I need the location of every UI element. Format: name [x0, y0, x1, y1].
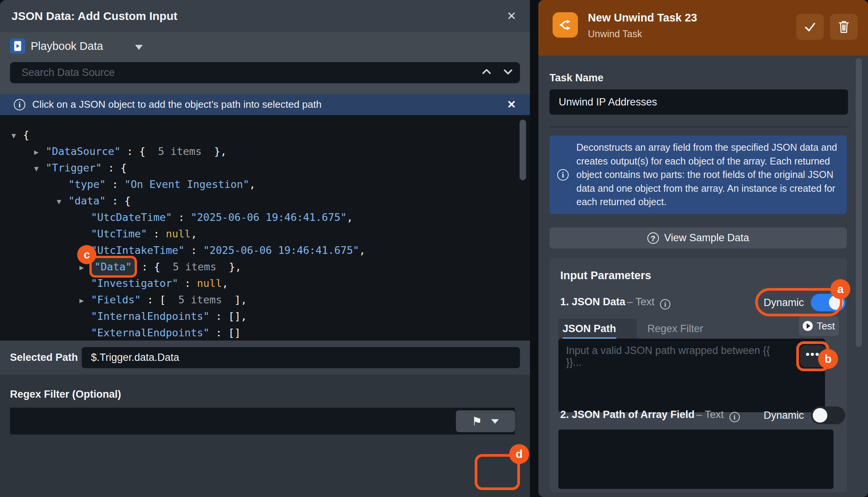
arrow-spacer — [79, 325, 91, 341]
chevron-down-icon — [491, 419, 499, 424]
question-icon: ? — [647, 232, 659, 244]
json-token-p: : [ — [141, 294, 178, 306]
json-token-p: : { — [106, 195, 131, 207]
collapse-arrow-icon[interactable]: ▶ — [34, 144, 46, 160]
json-tree-row[interactable]: ▼"Trigger" : { — [0, 160, 530, 176]
json-token-i: 5 items — [173, 261, 216, 273]
task-title: New Unwind Task 23 — [588, 12, 697, 24]
json-token-p: , — [347, 211, 353, 223]
selected-path-row: Selected Path — [0, 341, 530, 375]
expand-arrow-icon[interactable]: ▼ — [57, 193, 68, 210]
task-name-label: Task Name — [550, 72, 604, 84]
task-name-input[interactable] — [550, 89, 848, 115]
annotation-ring-c[interactable]: "Data"c — [89, 256, 137, 278]
json-token-p: : — [172, 211, 191, 223]
dialog-title: JSON Data: Add Custom Input — [12, 0, 177, 32]
play-icon — [803, 321, 813, 331]
json-token-n: null — [166, 228, 191, 240]
param1-test-button[interactable]: Test — [799, 316, 839, 336]
regex-filter-input[interactable] — [10, 408, 515, 434]
json-token-n: null — [197, 277, 222, 289]
json-token-p: }, — [216, 261, 241, 273]
annotation-badge-b: b — [818, 349, 838, 369]
annotation-badge-c: c — [77, 245, 96, 264]
search-input[interactable] — [10, 62, 520, 83]
tab-json-path[interactable]: JSON Path — [563, 323, 616, 339]
json-tree-row[interactable]: "ExternalEndpoints" : [] — [0, 324, 530, 341]
collapse-arrow-icon[interactable]: ▶ — [79, 292, 91, 309]
panel-scrollbar[interactable] — [856, 58, 862, 347]
json-token-k: "DataSource" — [46, 145, 120, 157]
json-token-k: "Trigger" — [46, 162, 102, 174]
data-source-dropdown[interactable]: Playbook Data — [31, 38, 103, 54]
json-token-p: : [] — [210, 327, 241, 339]
chevron-down-icon[interactable] — [502, 65, 515, 78]
array-field-path-textarea[interactable] — [558, 430, 833, 489]
json-tree-row[interactable]: ▼"data" : { — [0, 193, 530, 209]
info-banner-text: Click on a JSON object to add the object… — [32, 99, 322, 110]
json-token-s: "2025-06-06 19:46:41.675" — [191, 211, 347, 223]
arrow-spacer — [79, 226, 91, 243]
json-tree-row[interactable]: ▶"DataSource" : { 5 items }, — [0, 143, 530, 160]
arrow-spacer — [79, 309, 91, 325]
param1-type: – Text — [627, 296, 655, 308]
json-tree-row[interactable]: ▶"Fields" : [ 5 items ], — [0, 291, 530, 308]
annotation-badge-d: d — [509, 444, 529, 464]
regex-filter-label: Regex Filter (Optional) — [10, 388, 121, 400]
selected-path-input[interactable] — [82, 347, 520, 368]
banner-close-icon[interactable]: ✕ — [505, 98, 518, 112]
info-icon: i — [14, 99, 25, 110]
param1-label: 1. JSON Data — [560, 296, 625, 308]
json-token-p: : { — [120, 145, 158, 157]
input-parameters-card: Input Parameters 1. JSON Data – Text i D… — [550, 258, 847, 492]
json-token-k: "InternalEndpoints" — [91, 310, 210, 322]
close-icon[interactable]: ✕ — [504, 8, 519, 24]
param2-dynamic-toggle[interactable] — [811, 406, 845, 424]
json-tree-row[interactable]: ▶"Data"c : { 5 items }, — [0, 258, 530, 275]
param1-dynamic-label: Dynamic — [764, 297, 804, 309]
json-token-k: "Fields" — [91, 294, 141, 306]
info-icon[interactable]: i — [729, 412, 740, 422]
json-token-i: 5 items — [158, 145, 202, 157]
chevron-down-icon[interactable] — [135, 45, 143, 50]
param2-label-row: 2. JSON Path of Array Field – Text i — [560, 409, 740, 422]
json-token-p: : { — [135, 261, 173, 273]
delete-button[interactable] — [830, 14, 858, 40]
json-tree-row[interactable]: "UtcTime" : null, — [0, 225, 530, 242]
view-sample-data-button[interactable]: ? View Sample Data — [550, 227, 847, 248]
json-token-k: "data" — [68, 195, 106, 207]
check-icon — [804, 20, 817, 33]
ellipsis-icon: ••• — [805, 351, 820, 358]
json-path-textarea[interactable] — [558, 339, 825, 412]
param1-dynamic-group: Dynamic — [764, 294, 845, 311]
json-token-p: { — [23, 129, 29, 141]
param2-label: 2. JSON Path of Array Field — [560, 409, 695, 420]
task-panel: New Unwind Task 23 Unwind Task Task Name… — [538, 0, 868, 497]
json-tree-row[interactable]: "Investigator" : null, — [0, 275, 530, 291]
json-token-p: : — [185, 244, 203, 256]
json-tree-row[interactable]: "type" : "On Event Ingestion", — [0, 176, 530, 193]
json-tree-row[interactable]: ▼{ — [0, 127, 530, 143]
param1-test-label: Test — [817, 320, 835, 332]
json-data-dialog: JSON Data: Add Custom Input ✕ Playbook D… — [0, 0, 530, 497]
chevron-up-icon[interactable] — [480, 65, 493, 78]
confirm-button[interactable] — [796, 14, 824, 40]
flag-icon: ⚑ — [472, 416, 482, 427]
regex-flags-dropdown[interactable]: ⚑ — [456, 410, 515, 432]
tree-scrollbar[interactable] — [520, 120, 526, 180]
json-token-k: "ExternalEndpoints" — [91, 327, 210, 339]
json-token-k: "Data" — [94, 261, 132, 273]
json-tree-row[interactable]: "InternalEndpoints" : [], — [0, 308, 530, 324]
task-description-text: Deconstructs an array field from the spe… — [576, 141, 842, 209]
json-tree-row[interactable]: "UtcDateTime" : "2025-06-06 19:46:41.675… — [0, 209, 530, 225]
annotation-badge-a: a — [830, 279, 850, 299]
info-icon[interactable]: i — [660, 299, 670, 309]
json-token-k: "Investigator" — [91, 277, 178, 289]
json-token-s: "On Event Ingestion" — [124, 178, 249, 190]
view-sample-data-label: View Sample Data — [664, 232, 749, 244]
expand-arrow-icon[interactable]: ▼ — [12, 127, 23, 144]
json-token-p: , — [222, 277, 228, 289]
tab-regex-filter[interactable]: Regex Filter — [647, 323, 703, 335]
expand-arrow-icon[interactable]: ▼ — [34, 160, 46, 177]
unwind-task-icon — [553, 12, 578, 38]
